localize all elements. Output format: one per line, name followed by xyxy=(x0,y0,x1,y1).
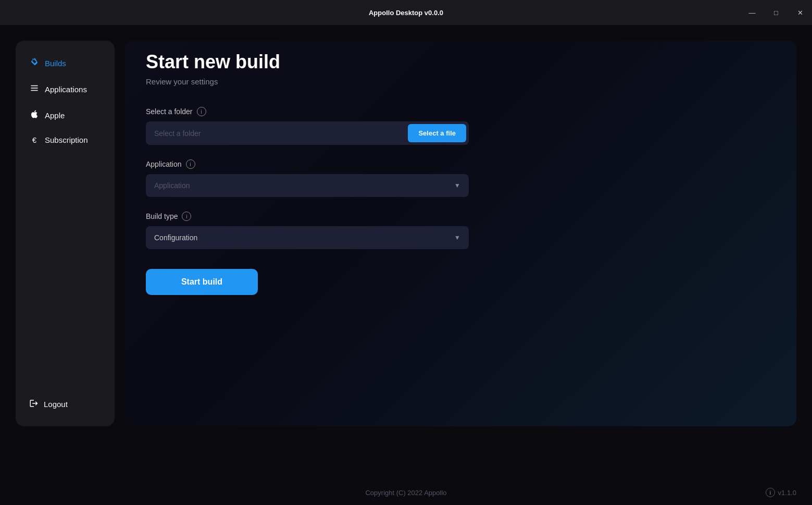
builds-icon xyxy=(29,57,40,69)
build-type-info-icon[interactable]: i xyxy=(182,212,191,221)
sidebar-item-applications[interactable]: Applications xyxy=(22,77,108,101)
sidebar-apple-label: Apple xyxy=(45,111,65,120)
folder-row: Select a file xyxy=(146,121,469,145)
folder-label: Select a folder i xyxy=(146,107,776,116)
start-build-button[interactable]: Start build xyxy=(146,269,258,295)
build-type-chevron-icon: ▼ xyxy=(454,234,460,241)
sidebar: Builds Applications xyxy=(16,41,115,426)
sidebar-applications-label: Applications xyxy=(45,85,87,94)
main-content: Start new build Review your settings Sel… xyxy=(125,41,796,426)
build-type-dropdown-value: Configuration xyxy=(154,233,197,242)
minimize-button[interactable]: — xyxy=(740,0,764,25)
build-type-section: Build type i Configuration ▼ xyxy=(146,212,776,249)
sidebar-nav: Builds Applications xyxy=(22,51,108,392)
page-subtitle: Review your settings xyxy=(146,77,776,86)
footer-copyright: Copyright (C) 2022 Appollo xyxy=(365,489,446,497)
footer-version: ℹ v1.1.0 xyxy=(766,488,796,497)
sidebar-item-apple[interactable]: Apple xyxy=(22,103,108,127)
folder-info-icon[interactable]: i xyxy=(197,107,206,116)
build-type-dropdown[interactable]: Configuration ▼ xyxy=(146,226,469,249)
sidebar-subscription-label: Subscription xyxy=(45,136,88,144)
titlebar: Appollo Desktop v0.0.0 — □ ✕ xyxy=(0,0,812,25)
svg-rect-2 xyxy=(31,90,38,91)
build-type-label: Build type i xyxy=(146,212,776,221)
subscription-icon: € xyxy=(29,136,40,144)
sidebar-bottom: Logout xyxy=(22,392,108,416)
sidebar-builds-label: Builds xyxy=(45,59,66,68)
titlebar-controls: — □ ✕ xyxy=(740,0,812,25)
content-area: Builds Applications xyxy=(0,25,812,480)
close-button[interactable]: ✕ xyxy=(788,0,812,25)
application-dropdown-value: Application xyxy=(154,181,190,190)
application-info-icon[interactable]: i xyxy=(186,159,195,169)
titlebar-title: Appollo Desktop v0.0.0 xyxy=(369,9,443,17)
app-body: Builds Applications xyxy=(0,25,812,505)
sidebar-item-builds[interactable]: Builds xyxy=(22,51,108,75)
folder-section: Select a folder i Select a file xyxy=(146,107,776,145)
application-chevron-icon: ▼ xyxy=(454,182,460,189)
maximize-button[interactable]: □ xyxy=(764,0,788,25)
footer: Copyright (C) 2022 Appollo ℹ v1.1.0 xyxy=(0,480,812,505)
sidebar-item-subscription[interactable]: € Subscription xyxy=(22,129,108,151)
sidebar-logout-label: Logout xyxy=(44,400,68,409)
folder-input[interactable] xyxy=(146,122,405,145)
application-dropdown[interactable]: Application ▼ xyxy=(146,174,469,197)
logout-button[interactable]: Logout xyxy=(22,392,108,416)
select-file-button[interactable]: Select a file xyxy=(408,124,466,142)
svg-rect-1 xyxy=(31,88,38,89)
version-text: v1.1.0 xyxy=(778,489,796,497)
application-section: Application i Application ▼ xyxy=(146,159,776,197)
version-icon: ℹ xyxy=(766,488,775,497)
logout-icon xyxy=(29,399,39,410)
apple-icon xyxy=(29,109,40,121)
page-title: Start new build xyxy=(146,51,776,73)
applications-icon xyxy=(29,83,40,95)
application-label: Application i xyxy=(146,159,776,169)
svg-rect-0 xyxy=(31,85,38,87)
